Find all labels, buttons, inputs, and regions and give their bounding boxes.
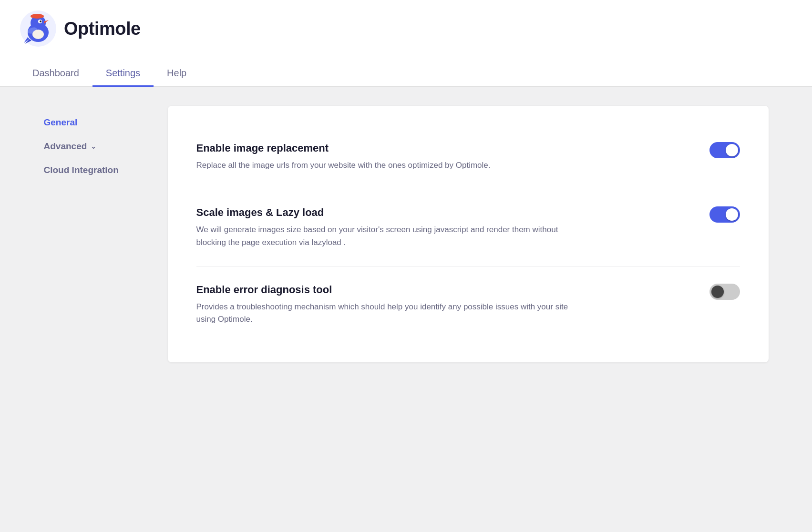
toggle-track-scale-lazy-load: [709, 206, 740, 223]
toggle-error-diagnosis[interactable]: [709, 284, 740, 300]
logo-area: Optimole: [19, 10, 793, 48]
toggle-image-replacement[interactable]: [709, 142, 740, 158]
setting-info-error-diagnosis: Enable error diagnosis tool Provides a t…: [196, 284, 709, 326]
top-bar: Optimole Dashboard Settings Help: [0, 0, 812, 87]
content-area: General Advanced ⌄ Cloud Integration Ena…: [25, 87, 788, 381]
toggle-track-error-diagnosis: [709, 284, 740, 300]
svg-point-10: [31, 14, 44, 19]
main-content: Enable image replacement Replace all the…: [168, 106, 769, 362]
setting-description-image-replacement: Replace all the image urls from your web…: [196, 159, 587, 172]
sidebar-item-cloud-integration[interactable]: Cloud Integration: [44, 158, 168, 182]
sidebar-label-advanced: Advanced: [44, 141, 87, 152]
setting-title-image-replacement: Enable image replacement: [196, 142, 671, 154]
tab-help[interactable]: Help: [154, 61, 200, 87]
toggle-thumb-image-replacement: [726, 144, 738, 156]
setting-info-scale-lazy-load: Scale images & Lazy load We will generat…: [196, 206, 709, 249]
setting-title-scale-lazy-load: Scale images & Lazy load: [196, 206, 671, 219]
toggle-thumb-scale-lazy-load: [726, 208, 738, 221]
setting-row-error-diagnosis: Enable error diagnosis tool Provides a t…: [196, 266, 740, 343]
setting-row-scale-lazy-load: Scale images & Lazy load We will generat…: [196, 189, 740, 266]
svg-point-6: [40, 20, 41, 22]
tab-dashboard[interactable]: Dashboard: [19, 61, 93, 87]
setting-description-scale-lazy-load: We will generate images size based on yo…: [196, 224, 587, 249]
setting-info-image-replacement: Enable image replacement Replace all the…: [196, 142, 709, 172]
toggle-scale-lazy-load[interactable]: [709, 206, 740, 223]
setting-title-error-diagnosis: Enable error diagnosis tool: [196, 284, 671, 296]
sidebar-item-advanced[interactable]: Advanced ⌄: [44, 134, 168, 158]
optimole-logo-icon: [19, 10, 57, 48]
chevron-down-icon: ⌄: [91, 143, 96, 150]
setting-row-image-replacement: Enable image replacement Replace all the…: [196, 125, 740, 189]
sidebar-label-cloud-integration: Cloud Integration: [44, 165, 119, 175]
toggle-thumb-error-diagnosis: [711, 286, 724, 298]
svg-point-9: [32, 30, 44, 39]
sidebar: General Advanced ⌄ Cloud Integration: [44, 106, 168, 362]
nav-tabs: Dashboard Settings Help: [19, 61, 793, 86]
setting-description-error-diagnosis: Provides a troubleshooting mechanism whi…: [196, 301, 587, 326]
sidebar-label-general: General: [44, 117, 78, 128]
toggle-track-image-replacement: [709, 142, 740, 158]
app-name: Optimole: [64, 19, 141, 39]
sidebar-item-general[interactable]: General: [44, 111, 168, 134]
tab-settings[interactable]: Settings: [93, 61, 154, 87]
